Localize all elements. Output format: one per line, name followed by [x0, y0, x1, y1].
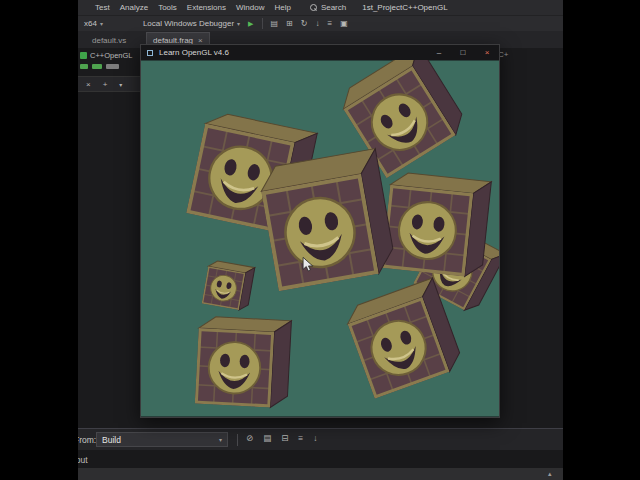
- textured-cube: [195, 316, 292, 408]
- code-fragment: [92, 64, 102, 69]
- step-into-icon[interactable]: ↓: [315, 19, 319, 28]
- code-fragment: [106, 64, 119, 69]
- search-label: Search: [321, 3, 346, 12]
- menu-item-window[interactable]: Window: [231, 3, 269, 12]
- platform-value: x64: [84, 19, 97, 28]
- toolbar-icon-group: ▤ ⊞ ↻ ↓ ≡ ▣: [271, 19, 348, 28]
- textured-cube: [202, 260, 255, 312]
- opengl-window: Learn OpenGL v4.6 – □ ×: [140, 44, 500, 418]
- letterbox-right: [563, 0, 640, 480]
- menu-icon[interactable]: ≡: [327, 19, 332, 28]
- menu-item-tools[interactable]: Tools: [153, 3, 182, 12]
- opengl-viewport[interactable]: [141, 60, 499, 417]
- clear-all-icon[interactable]: ⊘: [246, 433, 253, 443]
- tab-default-vs[interactable]: default.vs: [86, 32, 132, 48]
- debug-target-selector[interactable]: Local Windows Debugger ▾: [143, 19, 240, 28]
- word-wrap-icon[interactable]: ≡: [298, 433, 303, 443]
- collapse-icon[interactable]: ⊟: [281, 433, 288, 443]
- tab-label: default.vs: [92, 36, 126, 45]
- debug-toolbar: x64 ▾ Local Windows Debugger ▾ ▶ ▤ ⊞ ↻ ↓…: [0, 15, 640, 31]
- close-icon[interactable]: ×: [475, 45, 499, 60]
- cpp-project-icon: [80, 52, 87, 59]
- output-window-icon[interactable]: ▤: [271, 19, 279, 28]
- project-node[interactable]: C++OpenGL: [80, 50, 133, 61]
- chevron-down-icon: ▾: [100, 20, 103, 27]
- output-toolbar: From: Build ▾ ⊘ ▤ ⊟ ≡ ↓: [0, 428, 640, 450]
- toolbar-separator: [262, 18, 263, 29]
- window-controls: – □ ×: [427, 45, 499, 60]
- menu-item-analyze[interactable]: Analyze: [115, 3, 153, 12]
- start-debugging-icon[interactable]: ▶: [248, 20, 253, 28]
- bottom-panel-tab-bar: Output: [0, 450, 640, 468]
- break-all-icon[interactable]: ▣: [340, 19, 348, 28]
- debug-target-value: Local Windows Debugger: [143, 19, 234, 28]
- close-panel-icon[interactable]: ×: [86, 80, 91, 89]
- maximize-icon[interactable]: □: [451, 45, 475, 60]
- chevron-up-icon[interactable]: ▴: [548, 470, 552, 478]
- add-item-icon[interactable]: +: [103, 80, 108, 89]
- chevron-down-icon: ▾: [219, 436, 222, 443]
- chevron-down-icon: ▾: [237, 20, 240, 27]
- vs-ide-screen: Test Analyze Tools Extensions Window Hel…: [0, 0, 640, 480]
- code-fragment-row: [80, 64, 119, 69]
- scroll-to-end-icon[interactable]: ↓: [313, 433, 317, 443]
- output-source-value: Build: [102, 435, 121, 445]
- search-icon: [310, 4, 317, 11]
- menu-item-test[interactable]: Test: [90, 3, 115, 12]
- messages-icon[interactable]: ▤: [263, 433, 271, 443]
- panel-toolbar: × + ▾: [78, 76, 140, 92]
- textured-cube: [257, 149, 396, 292]
- solution-name-label: 1st_ProjectC++OpenGL: [362, 3, 447, 12]
- search-box[interactable]: Search: [310, 3, 346, 12]
- code-fragment: [80, 64, 88, 69]
- menu-item-extensions[interactable]: Extensions: [182, 3, 231, 12]
- letterbox-left: [0, 0, 78, 480]
- chevron-down-icon[interactable]: ▾: [119, 81, 122, 88]
- minimize-icon[interactable]: –: [427, 45, 451, 60]
- menu-item-help[interactable]: Help: [269, 3, 295, 12]
- menu-bar: Test Analyze Tools Extensions Window Hel…: [0, 0, 640, 15]
- opengl-window-title: Learn OpenGL v4.6: [159, 48, 229, 57]
- new-window-icon[interactable]: ⊞: [286, 19, 293, 28]
- bottom-scrollbar[interactable]: ▴: [0, 468, 640, 480]
- gl-canvas[interactable]: [141, 60, 499, 417]
- output-source-dropdown[interactable]: Build ▾: [96, 432, 228, 447]
- output-icon-group: ⊘ ▤ ⊟ ≡ ↓: [246, 433, 318, 443]
- project-node-label: C++OpenGL: [90, 51, 133, 60]
- textured-cube: [381, 171, 491, 278]
- opengl-window-titlebar[interactable]: Learn OpenGL v4.6 – □ ×: [141, 45, 499, 60]
- refresh-icon[interactable]: ↻: [301, 19, 308, 28]
- toolbar-separator: [237, 434, 238, 446]
- platform-selector[interactable]: x64 ▾: [84, 19, 103, 28]
- app-icon: [147, 50, 153, 56]
